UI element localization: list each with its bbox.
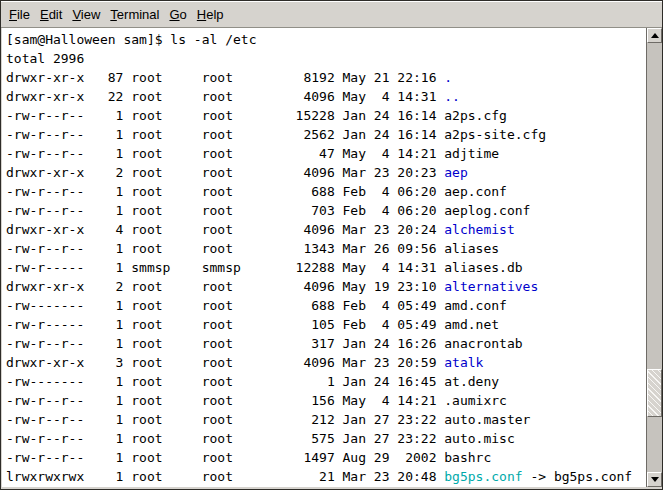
line-text: -rw-r--r-- 1 root root 47 May 4 14:21: [6, 146, 444, 161]
down-arrow-icon: [651, 477, 659, 482]
line-text: [sam@Halloween sam]$ ls -al /etc: [6, 32, 256, 47]
menu-accel-letter: G: [169, 7, 179, 22]
menu-label-rest: ile: [17, 7, 30, 22]
scrollbar-trough[interactable]: [647, 43, 662, 472]
line-text: -rw-r--r-- 1 root root 703 Feb 4 06:20: [6, 203, 444, 218]
terminal-line: drwxr-xr-x 4 root root 4096 Mar 23 20:24…: [6, 220, 646, 239]
line-text: -rw-r--r-- 1 root root 1497 Aug 29 2002: [6, 450, 444, 465]
line-text: -rw------- 1 root root 1 Jan 24 16:45: [6, 374, 444, 389]
terminal-line: -rw-r--r-- 1 root root 47 May 4 14:21 ad…: [6, 144, 646, 163]
line-text: lrwxrwxrwx 1 root root 21 Mar 23 20:48: [6, 469, 444, 484]
line-text: .aumixrc: [444, 393, 507, 408]
line-text: auto.misc: [444, 431, 514, 446]
line-text: drwxr-xr-x 87 root root 8192 May 21 22:1…: [6, 70, 444, 85]
menu-go[interactable]: Go: [164, 5, 191, 24]
terminal-line: [sam@Halloween sam]$ ls -al /etc: [6, 30, 646, 49]
menu-label-rest: dit: [49, 7, 63, 22]
terminal-line: -rw------- 1 root root 1 Jan 24 16:45 at…: [6, 372, 646, 391]
line-text: at.deny: [444, 374, 499, 389]
line-text: amd.conf: [444, 298, 507, 313]
menu-file[interactable]: File: [4, 5, 35, 24]
terminal-line: -rw-r--r-- 1 root root 212 Jan 27 23:22 …: [6, 410, 646, 429]
line-text: -rw-r--r-- 1 root root 2562 Jan 24 16:14: [6, 127, 444, 142]
line-text: adjtime: [444, 146, 499, 161]
line-text: auto.master: [444, 412, 530, 427]
menu-accel-letter: F: [9, 7, 17, 22]
terminal-line: -rw-r--r-- 1 root root 156 May 4 14:21 .…: [6, 391, 646, 410]
line-text: drwxr-xr-x 4 root root 4096 Mar 23 20:24: [6, 222, 444, 237]
terminal-line: -rw-r--r-- 1 root root 688 Feb 4 06:20 a…: [6, 182, 646, 201]
line-text: -> bg5ps.conf: [523, 469, 633, 484]
menu-accel-letter: V: [72, 7, 80, 22]
scrollbar-thumb[interactable]: [647, 369, 662, 417]
line-text: drwxr-xr-x 3 root root 4096 Mar 23 20:59: [6, 355, 444, 370]
line-text: a2ps-site.cfg: [444, 127, 546, 142]
line-text: drwxr-xr-x 22 root root 4096 May 4 14:31: [6, 89, 444, 104]
scrollbar: [646, 28, 662, 487]
line-text: -rw-r--r-- 1 root root 688 Feb 4 06:20: [6, 184, 444, 199]
symlink-name: bg5ps.conf: [444, 469, 522, 484]
terminal-line: drwxr-xr-x 87 root root 8192 May 21 22:1…: [6, 68, 646, 87]
terminal-line: drwxr-xr-x 3 root root 4096 Mar 23 20:59…: [6, 353, 646, 372]
up-arrow-icon: [651, 33, 659, 38]
terminal-line: -rw-r--r-- 1 root root 703 Feb 4 06:20 a…: [6, 201, 646, 220]
line-text: -rw-r--r-- 1 root root 212 Jan 27 23:22: [6, 412, 444, 427]
line-text: -rw-r----- 1 smmsp smmsp 12288 May 4 14:…: [6, 260, 444, 275]
directory-name: .: [444, 70, 452, 85]
line-text: amd.net: [444, 317, 499, 332]
terminal-line: drwxr-xr-x 2 root root 4096 May 19 23:10…: [6, 277, 646, 296]
line-text: -rw-r--r-- 1 root root 156 May 4 14:21: [6, 393, 444, 408]
line-text: aliases.db: [444, 260, 522, 275]
terminal-line: lrwxrwxrwx 1 root root 21 Mar 23 20:48 b…: [6, 467, 646, 486]
line-text: -rw-r----- 1 root root 105 Feb 4 05:49: [6, 317, 444, 332]
terminal-line: -rw-r--r-- 1 root root 15228 Jan 24 16:1…: [6, 106, 646, 125]
terminal-line: -rw-r----- 1 root root 105 Feb 4 05:49 a…: [6, 315, 646, 334]
menu-label-rest: elp: [206, 7, 223, 22]
menu-label-rest: o: [180, 7, 187, 22]
line-text: -rw-r--r-- 1 root root 575 Jan 27 23:22: [6, 431, 444, 446]
line-text: aliases: [444, 241, 499, 256]
menu-terminal[interactable]: Terminal: [105, 5, 164, 24]
menu-bar: FileEditViewTerminalGoHelp: [1, 1, 662, 28]
directory-name: atalk: [444, 355, 483, 370]
directory-name: alchemist: [444, 222, 514, 237]
terminal-content: [sam@Halloween sam]$ ls -al /etctotal 29…: [1, 28, 662, 489]
line-text: drwxr-xr-x 2 root root 4096 May 19 23:10: [6, 279, 444, 294]
menu-help[interactable]: Help: [192, 5, 229, 24]
line-text: total 2996: [6, 51, 84, 66]
terminal-line: -rw-r----- 1 smmsp smmsp 12288 May 4 14:…: [6, 258, 646, 277]
terminal-window: FileEditViewTerminalGoHelp [sam@Hallowee…: [0, 0, 663, 490]
terminal-line: total 2996: [6, 49, 646, 68]
menu-accel-letter: E: [40, 7, 49, 22]
terminal-line: -rw-r--r-- 1 root root 2562 Jan 24 16:14…: [6, 125, 646, 144]
terminal-line: -rw-r--r-- 1 root root 575 Jan 27 23:22 …: [6, 429, 646, 448]
terminal-line: -rw------- 1 root root 688 Feb 4 05:49 a…: [6, 296, 646, 315]
menu-view[interactable]: View: [67, 5, 105, 24]
scrollbar-down-button[interactable]: [647, 472, 662, 487]
terminal-line: -rw-r--r-- 1 root root 1497 Aug 29 2002 …: [6, 448, 646, 467]
line-text: -rw-r--r-- 1 root root 317 Jan 24 16:26: [6, 336, 444, 351]
terminal-line: drwxr-xr-x 2 root root 4096 Mar 23 20:23…: [6, 163, 646, 182]
line-text: -rw------- 1 root root 688 Feb 4 05:49: [6, 298, 444, 313]
line-text: aep.conf: [444, 184, 507, 199]
line-text: anacrontab: [444, 336, 522, 351]
terminal-line: drwxr-xr-x 22 root root 4096 May 4 14:31…: [6, 87, 646, 106]
directory-name: ..: [444, 89, 460, 104]
line-text: bashrc: [444, 450, 491, 465]
line-text: a2ps.cfg: [444, 108, 507, 123]
terminal-line: -rw-r--r-- 1 root root 317 Jan 24 16:26 …: [6, 334, 646, 353]
line-text: -rw-r--r-- 1 root root 15228 Jan 24 16:1…: [6, 108, 444, 123]
directory-name: aep: [444, 165, 467, 180]
menu-label-rest: iew: [81, 7, 101, 22]
terminal-screen[interactable]: [sam@Halloween sam]$ ls -al /etctotal 29…: [2, 28, 646, 487]
line-text: -rw-r--r-- 1 root root 1343 Mar 26 09:56: [6, 241, 444, 256]
menu-label-rest: erminal: [117, 7, 160, 22]
line-text: drwxr-xr-x 2 root root 4096 Mar 23 20:23: [6, 165, 444, 180]
scrollbar-up-button[interactable]: [647, 28, 662, 43]
menu-accel-letter: H: [197, 7, 206, 22]
menu-edit[interactable]: Edit: [35, 5, 67, 24]
line-text: aeplog.conf: [444, 203, 530, 218]
directory-name: alternatives: [444, 279, 538, 294]
terminal-line: -rw-r--r-- 1 root root 1343 Mar 26 09:56…: [6, 239, 646, 258]
